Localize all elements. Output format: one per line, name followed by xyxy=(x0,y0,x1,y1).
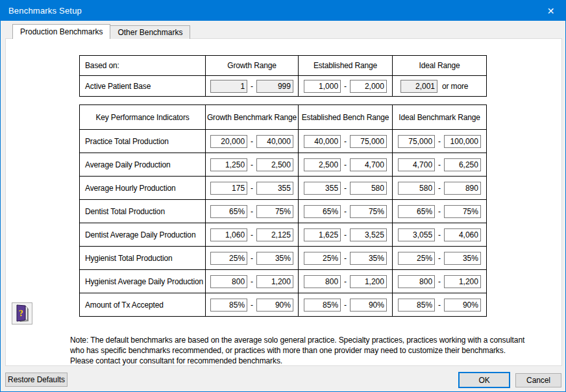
ideal-max-input[interactable] xyxy=(444,158,481,171)
growth-max-input[interactable] xyxy=(256,135,293,148)
range-separator: - xyxy=(344,277,347,286)
header-ideal-range: Ideal Range xyxy=(393,56,487,76)
established-max-input[interactable] xyxy=(350,135,387,148)
growth-min-input[interactable] xyxy=(210,252,247,265)
ideal-max-input[interactable] xyxy=(444,205,481,218)
range-separator: - xyxy=(251,160,253,169)
growth-min-input[interactable] xyxy=(210,205,247,218)
patient-growth-min-input xyxy=(210,80,247,93)
kpi-row: Hygienist Average Daily Production--- xyxy=(80,270,487,293)
kpi-row-label: Dentist Total Production xyxy=(80,200,206,223)
growth-min-input[interactable] xyxy=(210,275,247,288)
range-separator: - xyxy=(438,184,441,193)
range-separator: - xyxy=(438,230,441,239)
established-max-input[interactable] xyxy=(350,158,387,171)
ideal-max-input[interactable] xyxy=(444,275,481,288)
growth-min-input[interactable] xyxy=(210,228,247,241)
growth-max-input[interactable] xyxy=(256,182,293,195)
established-max-input[interactable] xyxy=(350,299,387,312)
ideal-max-input[interactable] xyxy=(444,135,481,148)
growth-min-input[interactable] xyxy=(210,182,247,195)
growth-max-input[interactable] xyxy=(256,252,293,265)
established-min-input[interactable] xyxy=(304,158,341,171)
ok-button[interactable]: OK xyxy=(458,372,510,388)
established-max-input[interactable] xyxy=(350,205,387,218)
established-min-input[interactable] xyxy=(304,275,341,288)
range-separator: - xyxy=(251,207,253,216)
patient-established-min-input[interactable] xyxy=(304,80,341,93)
range-separator: - xyxy=(251,277,253,286)
growth-max-input[interactable] xyxy=(256,275,293,288)
svg-text:?: ? xyxy=(18,308,23,318)
header-ideal-benchmark-range: Ideal Benchmark Range xyxy=(393,105,487,130)
range-separator: - xyxy=(438,207,441,216)
ideal-max-input[interactable] xyxy=(444,299,481,312)
growth-min-input[interactable] xyxy=(210,299,247,312)
range-separator: - xyxy=(251,82,253,91)
established-max-input[interactable] xyxy=(350,228,387,241)
window-title: Benchmarks Setup xyxy=(1,6,82,16)
established-max-input[interactable] xyxy=(350,182,387,195)
range-separator: - xyxy=(344,230,347,239)
range-separator: - xyxy=(344,137,347,146)
kpi-row: Amount of Tx Accepted--- xyxy=(80,293,487,317)
tab-other-benchmarks[interactable]: Other Benchmarks xyxy=(110,25,190,39)
range-separator: - xyxy=(344,82,347,91)
help-button[interactable]: ? xyxy=(12,302,32,325)
established-min-input[interactable] xyxy=(304,205,341,218)
note-line: who has specific benchmarks recommended,… xyxy=(70,345,524,356)
kpi-table: Key Performance Indicators Growth Benchm… xyxy=(79,104,487,317)
restore-defaults-button[interactable]: Restore Defaults xyxy=(5,373,68,387)
established-min-input[interactable] xyxy=(304,299,341,312)
range-separator: - xyxy=(344,160,347,169)
cancel-button[interactable]: Cancel xyxy=(515,373,561,387)
range-separator: - xyxy=(344,254,347,263)
ideal-min-input[interactable] xyxy=(398,135,435,148)
patient-base-table: Based on: Growth Range Established Range… xyxy=(79,55,487,97)
ideal-min-input[interactable] xyxy=(398,275,435,288)
kpi-row-label: Hygienist Total Production xyxy=(80,247,206,270)
range-separator: - xyxy=(438,300,441,310)
close-button[interactable]: ✕ xyxy=(536,1,565,21)
ideal-max-input[interactable] xyxy=(444,252,481,265)
established-max-input[interactable] xyxy=(350,252,387,265)
header-established-range: Established Range xyxy=(299,56,393,76)
tabstrip: Production Benchmarks Other Benchmarks xyxy=(12,24,190,39)
kpi-row-label: Amount of Tx Accepted xyxy=(80,293,206,317)
growth-max-input[interactable] xyxy=(256,299,293,312)
established-min-input[interactable] xyxy=(304,182,341,195)
established-min-input[interactable] xyxy=(304,135,341,148)
ideal-min-input[interactable] xyxy=(398,182,435,195)
titlebar: Benchmarks Setup ✕ xyxy=(1,1,565,21)
growth-max-input[interactable] xyxy=(256,158,293,171)
growth-min-input[interactable] xyxy=(210,135,247,148)
ideal-max-input[interactable] xyxy=(444,228,481,241)
growth-min-input[interactable] xyxy=(210,158,247,171)
ideal-max-input[interactable] xyxy=(444,182,481,195)
kpi-row: Practice Total Production--- xyxy=(80,130,487,153)
range-separator: - xyxy=(251,137,253,146)
ideal-min-input[interactable] xyxy=(398,158,435,171)
ideal-min-input[interactable] xyxy=(398,252,435,265)
established-min-input[interactable] xyxy=(304,252,341,265)
range-separator: - xyxy=(438,137,441,146)
patient-base-label: Active Patient Base xyxy=(80,76,206,97)
patient-established-max-input[interactable] xyxy=(350,80,387,93)
range-separator: - xyxy=(438,254,441,263)
patient-base-row: Active Patient Base - - xyxy=(80,76,487,97)
kpi-row: Dentist Average Daily Production--- xyxy=(80,223,487,247)
growth-max-input[interactable] xyxy=(256,205,293,218)
ideal-min-input[interactable] xyxy=(398,299,435,312)
growth-max-input[interactable] xyxy=(256,228,293,241)
patient-ideal-input xyxy=(400,80,437,93)
tab-production-benchmarks[interactable]: Production Benchmarks xyxy=(12,24,110,39)
established-max-input[interactable] xyxy=(350,275,387,288)
range-separator: - xyxy=(251,230,253,239)
range-separator: - xyxy=(251,184,253,193)
ideal-min-input[interactable] xyxy=(398,228,435,241)
close-icon: ✕ xyxy=(547,6,555,16)
ideal-min-input[interactable] xyxy=(398,205,435,218)
established-min-input[interactable] xyxy=(304,228,341,241)
header-based-on: Based on: xyxy=(80,56,206,76)
patient-growth-max-input xyxy=(256,80,293,93)
